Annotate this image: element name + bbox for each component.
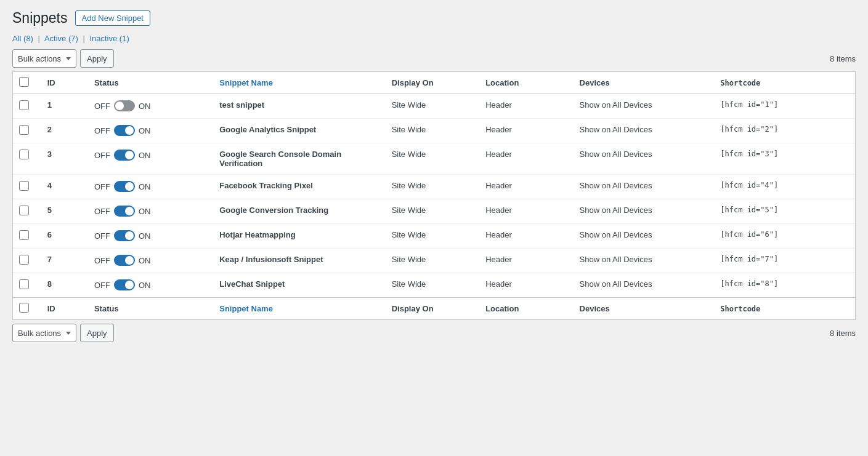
snippet-name-text-8: LiveChat Snippet <box>219 279 285 289</box>
row-shortcode-6: [hfcm id="6"] <box>714 224 855 249</box>
toggle-wrap-7: OFF ON <box>94 255 207 266</box>
filter-inactive[interactable]: Inactive (1) <box>89 34 129 43</box>
toggle-on-label-1: ON <box>139 102 151 111</box>
row-devices-7: Show on All Devices <box>574 249 715 273</box>
col-header-shortcode: Shortcode <box>714 72 855 94</box>
row-checkbox-4[interactable] <box>19 181 29 191</box>
row-status-5[interactable]: OFF ON <box>88 199 213 224</box>
table-row: 2 OFF ON Google Analytics SnippetSite Wi… <box>13 119 855 143</box>
table-row: 4 OFF ON Facebook Tracking PixelSite Wid… <box>13 175 855 199</box>
row-status-7[interactable]: OFF ON <box>88 249 213 273</box>
row-checkbox-1[interactable] <box>19 100 29 110</box>
row-name-8: LiveChat Snippet <box>213 273 385 298</box>
row-status-6[interactable]: OFF ON <box>88 224 213 249</box>
row-shortcode-2: [hfcm id="2"] <box>714 119 855 143</box>
row-status-2[interactable]: OFF ON <box>88 119 213 143</box>
row-devices-1: Show on All Devices <box>574 94 715 119</box>
table-container: ID Status Snippet Name Display On Locati… <box>12 71 856 320</box>
toggle-slider-6 <box>114 230 135 241</box>
table-row: 5 OFF ON Google Conversion TrackingSite … <box>13 199 855 224</box>
row-status-4[interactable]: OFF ON <box>88 175 213 199</box>
toggle-on-label-4: ON <box>139 182 151 191</box>
row-status-3[interactable]: OFF ON <box>88 143 213 175</box>
apply-button-bottom[interactable]: Apply <box>80 324 114 342</box>
toggle-slider-2 <box>114 125 135 136</box>
bulk-actions-select-bottom[interactable]: Bulk actions <box>12 324 76 342</box>
toggle-switch-7[interactable] <box>114 255 135 266</box>
row-location-3: Header <box>479 143 573 175</box>
row-shortcode-7: [hfcm id="7"] <box>714 249 855 273</box>
toggle-off-label-5: OFF <box>94 207 110 216</box>
toolbar-bottom: Bulk actions Apply 8 items <box>12 324 856 342</box>
row-checkbox-7[interactable] <box>19 255 29 265</box>
filter-all[interactable]: All (8) <box>12 34 33 43</box>
bulk-actions-label-top: Bulk actions <box>18 54 61 63</box>
items-count-bottom: 8 items <box>830 329 856 338</box>
snippet-name-text-2: Google Analytics Snippet <box>219 125 316 134</box>
row-devices-4: Show on All Devices <box>574 175 715 199</box>
col-footer-shortcode: Shortcode <box>714 298 855 320</box>
row-checkbox-2[interactable] <box>19 125 29 135</box>
row-checkbox-6[interactable] <box>19 230 29 240</box>
chevron-down-icon <box>66 57 71 60</box>
row-location-5: Header <box>479 199 573 224</box>
row-checkbox-3[interactable] <box>19 150 29 159</box>
bulk-actions-label-bottom: Bulk actions <box>18 329 61 338</box>
snippet-name-text-1: test snippet <box>219 100 264 110</box>
toggle-on-label-5: ON <box>139 207 151 216</box>
toggle-on-label-6: ON <box>139 231 151 241</box>
row-display-2: Site Wide <box>386 119 479 143</box>
row-status-8[interactable]: OFF ON <box>88 273 213 298</box>
toggle-switch-4[interactable] <box>114 181 135 192</box>
toggle-switch-3[interactable] <box>114 150 135 161</box>
row-id-7: 7 <box>41 249 88 273</box>
col-header-display-on: Display On <box>386 72 479 94</box>
row-location-7: Header <box>479 249 573 273</box>
toolbar-top: Bulk actions Apply 8 items <box>12 49 856 68</box>
toggle-slider-4 <box>114 181 135 192</box>
toggle-wrap-2: OFF ON <box>94 125 207 136</box>
toggle-off-label-1: OFF <box>94 102 110 111</box>
row-location-1: Header <box>479 94 573 119</box>
toggle-switch-2[interactable] <box>114 125 135 136</box>
col-header-snippet-name[interactable]: Snippet Name <box>213 72 385 94</box>
row-display-4: Site Wide <box>386 175 479 199</box>
bulk-actions-select-top[interactable]: Bulk actions <box>12 49 76 68</box>
toggle-off-label-7: OFF <box>94 256 110 265</box>
col-footer-snippet-name[interactable]: Snippet Name <box>213 298 385 320</box>
row-display-1: Site Wide <box>386 94 479 119</box>
select-all-checkbox-bottom[interactable] <box>19 303 29 313</box>
toggle-on-label-7: ON <box>139 256 151 265</box>
row-display-5: Site Wide <box>386 199 479 224</box>
items-count-top: 8 items <box>830 54 856 63</box>
toggle-off-label-2: OFF <box>94 126 110 135</box>
select-all-checkbox-top[interactable] <box>19 77 29 87</box>
toggle-switch-6[interactable] <box>114 230 135 241</box>
filter-active[interactable]: Active (7) <box>44 34 78 43</box>
row-shortcode-1: [hfcm id="1"] <box>714 94 855 119</box>
toggle-switch-8[interactable] <box>114 279 135 290</box>
row-id-4: 4 <box>41 175 88 199</box>
row-display-6: Site Wide <box>386 224 479 249</box>
toggle-on-label-2: ON <box>139 126 151 135</box>
chevron-down-icon-bottom <box>66 332 71 335</box>
toggle-slider-8 <box>114 279 135 290</box>
row-status-1[interactable]: OFF ON <box>88 94 213 119</box>
toggle-switch-1[interactable] <box>114 100 135 111</box>
toggle-slider-3 <box>114 150 135 161</box>
toggle-off-label-3: OFF <box>94 151 110 160</box>
row-checkbox-8[interactable] <box>19 279 29 289</box>
add-new-snippet-button[interactable]: Add New Snippet <box>75 10 150 26</box>
toggle-switch-5[interactable] <box>114 206 135 217</box>
table-footer-row: ID Status Snippet Name Display On Locati… <box>13 298 855 320</box>
row-display-3: Site Wide <box>386 143 479 175</box>
row-id-3: 3 <box>41 143 88 175</box>
apply-button-top[interactable]: Apply <box>80 49 114 68</box>
row-id-5: 5 <box>41 199 88 224</box>
toggle-on-label-3: ON <box>139 151 151 160</box>
row-location-8: Header <box>479 273 573 298</box>
row-checkbox-5[interactable] <box>19 206 29 215</box>
toggle-wrap-8: OFF ON <box>94 279 207 290</box>
row-shortcode-8: [hfcm id="8"] <box>714 273 855 298</box>
row-id-1: 1 <box>41 94 88 119</box>
